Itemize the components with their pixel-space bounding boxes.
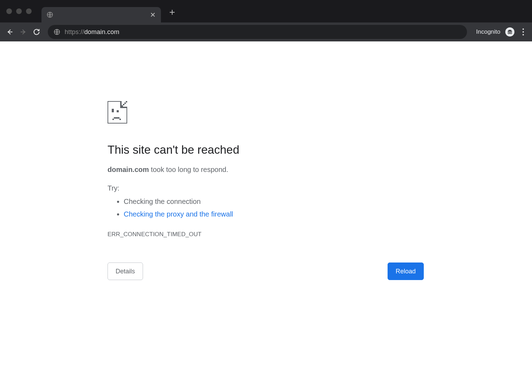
incognito-icon[interactable] — [505, 27, 514, 36]
svg-rect-13 — [112, 109, 114, 112]
suggestion-link[interactable]: Checking the proxy and the firewall — [124, 210, 233, 218]
toolbar-right: Incognito — [476, 27, 527, 36]
error-code: ERR_CONNECTION_TIMED_OUT — [108, 231, 361, 238]
svg-rect-17 — [119, 119, 121, 120]
details-button[interactable]: Details — [108, 263, 143, 280]
try-label: Try: — [108, 184, 361, 192]
close-tab-icon[interactable] — [150, 12, 156, 18]
globe-icon — [46, 11, 53, 18]
site-globe-icon — [53, 28, 60, 35]
button-row: Details Reload — [108, 263, 424, 280]
incognito-label: Incognito — [476, 28, 500, 35]
url-text: https://domain.com — [65, 28, 119, 36]
suggestion-list: Checking the connection Checking the pro… — [108, 195, 361, 220]
suggestion-item: Checking the proxy and the firewall — [124, 208, 361, 220]
window-close-dot[interactable] — [6, 8, 12, 14]
toolbar: https://domain.com Incognito — [0, 22, 532, 41]
address-bar[interactable]: https://domain.com — [48, 25, 467, 39]
window-maximize-dot[interactable] — [26, 8, 32, 14]
url-scheme: https:// — [65, 28, 84, 35]
reload-page-button[interactable]: Reload — [388, 263, 424, 280]
new-tab-button[interactable] — [167, 7, 177, 17]
tab-strip — [0, 0, 532, 22]
window-minimize-dot[interactable] — [16, 8, 22, 14]
svg-rect-12 — [126, 101, 127, 102]
svg-point-3 — [508, 32, 510, 34]
error-message: domain.com took too long to respond. — [108, 166, 361, 174]
svg-rect-2 — [507, 31, 512, 32]
menu-button[interactable] — [519, 28, 527, 36]
page-content: This site can't be reached domain.com to… — [0, 41, 532, 392]
svg-rect-8 — [120, 107, 127, 108]
svg-rect-10 — [123, 104, 124, 105]
back-button[interactable] — [5, 27, 15, 37]
svg-rect-15 — [114, 117, 119, 119]
svg-point-4 — [510, 32, 512, 34]
reload-button[interactable] — [32, 27, 41, 37]
error-host: domain.com — [108, 166, 149, 173]
sad-file-icon — [108, 101, 129, 125]
svg-rect-16 — [112, 119, 114, 120]
browser-chrome: https://domain.com Incognito — [0, 0, 532, 41]
window-controls — [6, 8, 32, 14]
suggestion-item: Checking the connection — [124, 195, 361, 208]
url-host: domain.com — [84, 28, 119, 35]
svg-rect-9 — [124, 102, 126, 104]
svg-rect-14 — [117, 110, 119, 112]
error-message-suffix: took too long to respond. — [149, 166, 228, 173]
error-title: This site can't be reached — [108, 143, 361, 157]
suggestion-text: Checking the connection — [124, 198, 201, 205]
browser-tab[interactable] — [41, 7, 161, 22]
svg-rect-11 — [122, 105, 123, 107]
error-container: This site can't be reached domain.com to… — [108, 101, 361, 238]
forward-button[interactable] — [18, 27, 28, 37]
